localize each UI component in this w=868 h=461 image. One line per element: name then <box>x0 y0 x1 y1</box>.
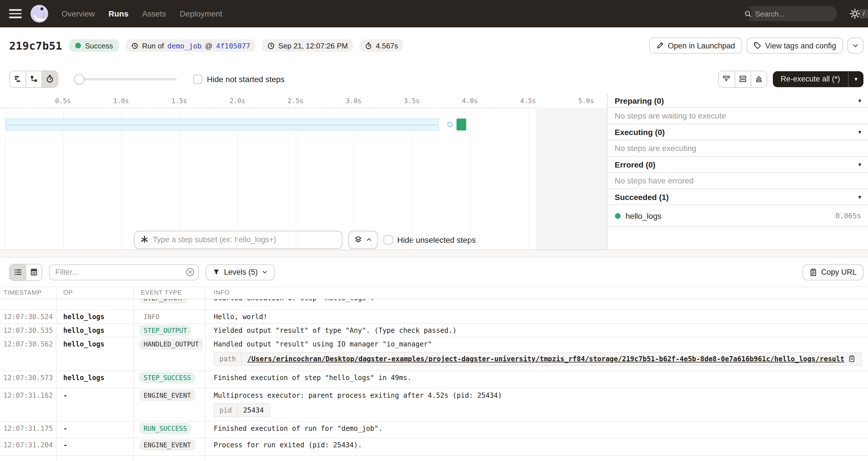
log-row-content: 12:07:30.524hello_logsINFOHello, world! <box>0 310 868 323</box>
step-status-dot <box>615 213 620 218</box>
nav-item-overview[interactable]: Overview <box>62 9 95 18</box>
waterfall-view-button[interactable] <box>26 71 41 87</box>
clear-filter-icon[interactable] <box>185 267 195 277</box>
zoom-slider-handle[interactable] <box>74 74 84 84</box>
col-header-event-type: EVENT TYPE <box>141 289 182 296</box>
hide-unselected-checkbox-row[interactable]: Hide unselected steps <box>383 235 476 244</box>
log-info-text: Handled output "result" using IO manager… <box>214 340 866 348</box>
clipboard-icon <box>809 268 817 276</box>
search-input[interactable] <box>752 9 859 18</box>
chevron-down-icon: ▼ <box>857 161 862 167</box>
raw-log-view-button[interactable] <box>26 264 41 280</box>
run-id: 219c7b51 <box>9 39 62 52</box>
stopwatch-icon <box>365 42 372 49</box>
log-filter-input[interactable] <box>49 264 199 280</box>
event-type-badge: STEP_SUCCESS <box>139 372 195 383</box>
step-waiting-bar[interactable] <box>5 119 439 130</box>
menu-icon[interactable] <box>9 9 22 18</box>
section-header-preparing[interactable]: Preparing (0)▼ <box>607 94 868 108</box>
log-row: 12:07:30.524hello_logsINFOHello, world! <box>0 310 868 324</box>
log-info-text: Hello, world! <box>214 313 866 320</box>
run-header: 219c7b51 Success Run of demo_job @ 4f105… <box>0 27 868 64</box>
step-subset-input[interactable] <box>153 235 336 244</box>
section-header-succeeded[interactable]: Succeeded (1)▼ <box>607 189 868 205</box>
metadata-entry: path/Users/erincochran/Desktop/dagster-e… <box>214 352 862 366</box>
log-row-content: 12:07:31.175-RUN_SUCCESSFinished executi… <box>0 422 868 438</box>
gantt-axis-line <box>0 107 607 108</box>
log-info: Finished execution of run for "demo_job"… <box>214 425 866 432</box>
pane-splitter[interactable] <box>0 250 868 257</box>
event-type-badge: HANDLED_OUTPUT <box>139 338 204 349</box>
log-event-type-cell: STEP_SUCCESS <box>139 372 195 383</box>
metadata-entry: pid25434 <box>214 403 270 417</box>
timed-view-button[interactable] <box>41 71 58 87</box>
gear-icon[interactable] <box>850 8 860 19</box>
axis-tick-label: 2.5s <box>283 97 308 105</box>
dagster-logo-icon[interactable] <box>30 4 49 23</box>
global-search[interactable]: / <box>744 6 837 21</box>
log-table-header: TIMESTAMP OP EVENT TYPE INFO <box>0 287 868 299</box>
copy-icon[interactable] <box>848 355 856 362</box>
status-badge: Success <box>69 39 119 52</box>
op-selector-icon <box>140 235 149 244</box>
metadata-path-link[interactable]: /Users/erincochran/Desktop/dagster-examp… <box>247 355 844 363</box>
log-filter <box>49 264 199 280</box>
table-log-view-button[interactable] <box>10 264 26 280</box>
metadata-label: path <box>214 352 242 365</box>
copy-url-button[interactable]: Copy URL <box>802 264 863 280</box>
gantt-scrollbar[interactable] <box>600 108 607 249</box>
zoom-slider[interactable] <box>75 78 177 80</box>
log-view-toggle <box>9 264 42 281</box>
log-timestamp: 12:07:31.162 <box>3 392 53 399</box>
snapshot-link[interactable]: 4f105077 <box>216 41 250 50</box>
split-panes-button[interactable] <box>734 71 750 87</box>
hide-not-started-checkbox[interactable] <box>193 74 202 84</box>
flat-view-icon <box>13 75 22 83</box>
funnel-icon <box>213 268 220 276</box>
section-header-errored[interactable]: Errored (0)▼ <box>607 157 868 173</box>
step-execution-bar[interactable] <box>457 119 466 130</box>
flat-view-button[interactable] <box>10 71 26 87</box>
axis-tick-label: 0.5s <box>51 97 75 105</box>
job-link[interactable]: demo_job <box>167 41 202 50</box>
step-row[interactable]: hello_logs0.065s <box>607 205 868 227</box>
step-marker-dot[interactable] <box>448 122 453 127</box>
event-type-badge: RUN_SUCCESS <box>139 423 191 434</box>
reexecute-dropdown-button[interactable]: ▼ <box>848 71 863 87</box>
axis-tick-label: 5.0s <box>574 97 599 105</box>
nav-item-runs[interactable]: Runs <box>108 9 128 18</box>
show-gantt-pane-button[interactable] <box>750 71 766 87</box>
event-type-badge: INFO <box>139 311 164 322</box>
event-type-badge: ENGINE_EVENT <box>139 439 195 451</box>
waiting-dotted-line <box>7 124 437 125</box>
log-row-content: 12:07:31.162-ENGINE_EVENTMultiprocess ex… <box>0 389 868 421</box>
hide-not-started-checkbox-row[interactable]: Hide not started steps <box>193 74 284 84</box>
log-info-text: Started execution of step "hello_logs". <box>214 299 866 302</box>
log-timestamp: 12:07:30.562 <box>3 340 53 348</box>
show-logs-pane-button[interactable] <box>718 71 734 87</box>
chevron-down-icon: ▼ <box>857 194 862 200</box>
open-launchpad-button[interactable]: Open in Launchpad <box>649 38 742 54</box>
nav-item-assets[interactable]: Assets <box>142 9 166 18</box>
log-row: 12:07:30.535hello_logsSTEP_OUTPUTYielded… <box>0 324 868 337</box>
levels-dropdown-button[interactable]: Levels (5) <box>206 264 275 280</box>
graph-query-toggle-button[interactable] <box>348 230 378 249</box>
view-tags-button[interactable]: View tags and config <box>746 38 843 54</box>
chevron-down-icon: ▼ <box>857 129 862 135</box>
gantt-chart[interactable]: Hide unselected steps 0.5s1.0s1.5s2.0s2.… <box>0 94 607 249</box>
nav-item-deployment[interactable]: Deployment <box>180 9 222 18</box>
log-event-type-cell: STEP_START <box>139 299 188 304</box>
pencil-icon <box>656 41 664 50</box>
log-event-type-cell: ENGINE_EVENT <box>139 390 195 401</box>
log-op: hello_logs <box>63 326 104 334</box>
more-actions-button[interactable] <box>847 38 863 54</box>
step-name: hello_logs <box>625 211 661 220</box>
section-header-executing[interactable]: Executing (0)▼ <box>607 124 868 140</box>
reexecute-all-button[interactable]: Re-execute all (*) <box>773 71 848 87</box>
log-info: Yielded output "result" of type "Any". (… <box>214 326 866 334</box>
log-event-type-cell: RUN_SUCCESS <box>139 423 191 434</box>
log-event-type-cell: HANDLED_OUTPUT <box>139 338 204 349</box>
log-info-text: Finished execution of run for "demo_job"… <box>214 425 866 432</box>
structured-log-icon <box>30 268 38 276</box>
hide-unselected-checkbox[interactable] <box>383 235 393 244</box>
